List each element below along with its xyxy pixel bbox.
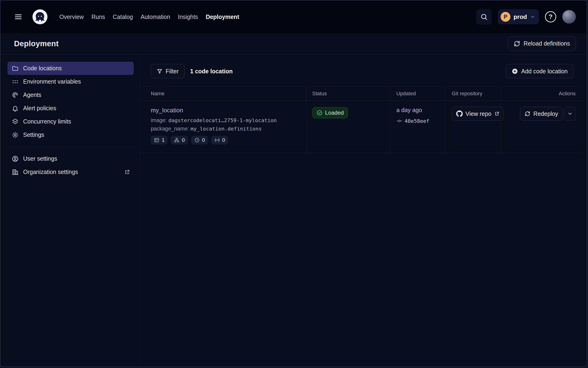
sidebar-item-label: Agents	[23, 92, 41, 98]
status-cell: Loaded	[306, 101, 390, 153]
redeploy-dropdown-button[interactable]	[564, 107, 576, 121]
asset-graph-count: 0	[182, 137, 185, 143]
sidebar-item-concurrency-limits[interactable]: Concurrency limits	[8, 115, 134, 128]
asset-graph-count-chip: 0	[171, 136, 188, 145]
sidebar-item-alert-policies[interactable]: Alert policies	[8, 101, 134, 115]
filter-button[interactable]: Filter	[151, 64, 185, 78]
folder-icon	[12, 65, 19, 72]
gear-icon	[12, 131, 19, 138]
env-vars-icon	[12, 78, 19, 85]
code-locations-table: Name Status Updated Git repository Actio…	[140, 87, 582, 153]
schedules-count: 0	[202, 137, 205, 143]
add-code-location-label: Add code location	[521, 68, 568, 75]
person-circle-icon	[12, 155, 19, 162]
sidebar-item-code-locations[interactable]: Code locations	[8, 62, 134, 75]
sidebar-item-organization-settings[interactable]: Organization settings	[8, 165, 134, 179]
sidebar-item-label: Concurrency limits	[23, 118, 71, 125]
user-avatar[interactable]	[562, 10, 576, 24]
code-location-link[interactable]: my_location	[151, 107, 183, 114]
chevron-down-icon	[530, 14, 535, 19]
redeploy-button[interactable]: Redeploy	[520, 107, 562, 121]
body: Code locations Environment variables Age…	[0, 54, 587, 367]
menu-icon[interactable]	[14, 13, 23, 21]
nav-insights[interactable]: Insights	[178, 14, 198, 20]
filter-label: Filter	[166, 68, 179, 75]
external-link-icon	[124, 169, 130, 175]
main-content: Filter 1 code location Add code location…	[140, 54, 587, 367]
image-value: dagstercodelocati…2759-1-mylocation	[168, 118, 277, 123]
definition-count-chips: 1 0 0 0	[151, 136, 302, 145]
deployment-avatar: P	[501, 12, 510, 22]
sensors-icon	[214, 137, 220, 143]
package-label: package_name:	[151, 126, 189, 132]
table-header-row: Name Status Updated Git repository Actio…	[140, 87, 582, 101]
commit-icon	[396, 118, 402, 124]
sidebar-item-environment-variables[interactable]: Environment variables	[8, 75, 134, 88]
image-line: image: dagstercodelocati…2759-1-mylocati…	[151, 117, 302, 124]
column-header-name: Name	[140, 87, 306, 101]
deployment-switcher[interactable]: P prod	[498, 9, 539, 24]
code-location-count: 1 code location	[190, 68, 233, 75]
package-line: package_name: my_location.definitions	[151, 126, 302, 132]
sidebar-item-label: Settings	[23, 131, 44, 138]
external-link-icon	[494, 111, 499, 116]
reload-definitions-icon	[513, 40, 521, 47]
toolbar: Filter 1 code location Add code location	[140, 64, 587, 78]
help-button[interactable]: ?	[545, 11, 556, 22]
github-icon	[456, 110, 463, 117]
reload-definitions-button[interactable]: Reload definitions	[508, 37, 576, 51]
updated-cell: a day ago 40e58eef	[390, 101, 446, 153]
page-header: Deployment Reload definitions	[0, 33, 587, 54]
sidebar: Code locations Environment variables Age…	[0, 54, 140, 367]
package-value: my_location.definitions	[190, 126, 262, 132]
bell-icon	[12, 105, 19, 112]
top-nav: Overview Runs Catalog Automation Insight…	[0, 0, 587, 33]
sensors-count: 0	[222, 137, 225, 143]
status-badge: Loaded	[312, 107, 348, 118]
nav-catalog[interactable]: Catalog	[113, 14, 133, 20]
column-header-git: Git repository	[446, 87, 501, 101]
sidebar-item-settings[interactable]: Settings	[8, 128, 134, 141]
sidebar-item-label: Code locations	[23, 65, 62, 72]
building-icon	[12, 169, 19, 175]
schedules-count-chip: 0	[191, 136, 208, 145]
dagster-logo[interactable]	[32, 9, 48, 25]
jobs-icon	[154, 137, 159, 143]
name-cell: my_location image: dagstercodelocati…275…	[140, 101, 306, 153]
nav-runs[interactable]: Runs	[91, 14, 105, 20]
sidebar-item-label: Environment variables	[23, 78, 81, 85]
funnel-icon	[157, 68, 163, 74]
sidebar-item-label: Organization settings	[23, 169, 78, 175]
sidebar-item-agents[interactable]: Agents	[8, 88, 134, 101]
sidebar-item-user-settings[interactable]: User settings	[8, 152, 134, 165]
view-repo-label: View repo	[465, 110, 492, 117]
nav-deployment[interactable]: Deployment	[206, 14, 239, 20]
commit-line: 40e58eef	[396, 118, 441, 124]
asset-graph-icon	[174, 137, 180, 143]
git-repository-cell: View repo	[446, 101, 501, 153]
sidebar-item-label: User settings	[23, 155, 57, 162]
page-title: Deployment	[14, 39, 59, 48]
nav-overview[interactable]: Overview	[59, 14, 84, 20]
search-icon[interactable]	[476, 9, 492, 25]
nav-automation[interactable]: Automation	[141, 14, 170, 20]
chevron-down-icon	[567, 111, 573, 117]
sidebar-item-label: Alert policies	[23, 105, 56, 112]
topnav-right-cluster: P prod ?	[476, 9, 576, 25]
agents-icon	[12, 92, 19, 99]
jobs-count-chip: 1	[151, 136, 168, 145]
deployment-name: prod	[513, 13, 527, 20]
schedules-icon	[194, 137, 200, 143]
add-code-location-button[interactable]: Add code location	[506, 64, 574, 78]
image-label: image:	[151, 117, 167, 123]
layers-icon	[12, 118, 19, 125]
table-row: my_location image: dagstercodelocati…275…	[140, 101, 582, 153]
reload-definitions-label: Reload definitions	[523, 40, 570, 47]
column-header-updated: Updated	[390, 87, 446, 101]
updated-link[interactable]: a day ago	[396, 107, 422, 113]
column-header-actions: Actions	[501, 87, 582, 101]
view-repo-button[interactable]: View repo	[452, 107, 504, 121]
redeploy-label: Redeploy	[533, 110, 558, 117]
refresh-icon	[524, 111, 531, 117]
check-circle-icon	[316, 110, 322, 116]
